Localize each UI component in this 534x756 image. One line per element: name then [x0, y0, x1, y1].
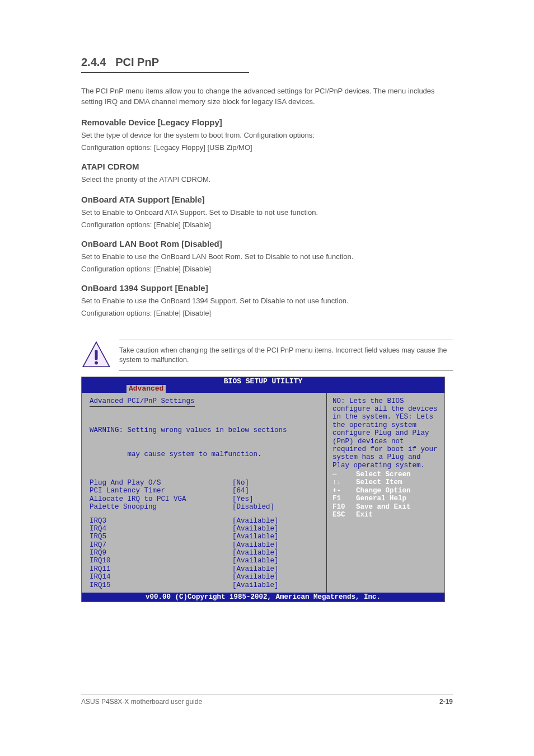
footer-page-number: 2-19 — [439, 698, 453, 706]
bios-irq-row[interactable]: IRQ3[Available] — [90, 517, 318, 525]
setting-desc: Set to Enable to Onboard ATA Support. Se… — [81, 208, 453, 218]
svg-rect-1 — [95, 350, 97, 360]
bios-warning-line1: WARNING: Setting wrong values in below s… — [90, 426, 318, 434]
setting-desc: Set to Enable to use the OnBoard LAN Boo… — [81, 252, 453, 262]
bios-right-panel: NO: Lets the BIOS configure all the devi… — [327, 393, 444, 593]
bios-settings-group: Plug And Play O/S[No] PCI Lantency Timer… — [90, 479, 318, 511]
bios-setting-row[interactable]: PCI Lantency Timer[64] — [90, 487, 318, 495]
footer-left: ASUS P4S8X-X motherboard user guide — [81, 698, 202, 706]
setting-desc: Set to Enable to use the OnBoard 1394 Su… — [81, 296, 453, 307]
bios-warning-line2: may cause system to malfunction. — [90, 450, 318, 458]
bios-left-panel: Advanced PCI/PnP Settings WARNING: Setti… — [82, 393, 327, 593]
bios-irq-row[interactable]: IRQ10[Available] — [90, 557, 318, 565]
caution-block: Take caution when changing the settings … — [81, 340, 453, 371]
setting-heading: OnBoard ATA Support [Enable] — [81, 195, 453, 204]
setting-options: Configuration options: [Enable] [Disable… — [81, 220, 453, 229]
setting-heading: ATAPI CDROM — [81, 162, 453, 171]
section-title-text: PCI PnP — [115, 56, 159, 68]
bios-irq-group: IRQ3[Available] IRQ4[Available] IRQ5[Ava… — [90, 517, 318, 589]
bios-setting-row[interactable]: Allocate IRQ to PCI VGA[Yes] — [90, 495, 318, 503]
page-footer: ASUS P4S8X-X motherboard user guide 2-19 — [81, 694, 453, 706]
setting-desc: Set the type of device for the system to… — [81, 130, 453, 141]
bios-irq-row[interactable]: IRQ11[Available] — [90, 565, 318, 573]
setting-heading: Removable Device [Legacy Floppy] — [81, 118, 453, 127]
section-title: 2.4.4 PCI PnP — [81, 56, 249, 73]
setting-options: Configuration options: [Legacy Floppy] [… — [81, 143, 453, 152]
intro-paragraph: The PCI PnP menu items allow you to chan… — [81, 86, 453, 107]
bios-irq-row[interactable]: IRQ7[Available] — [90, 541, 318, 549]
bios-titlebar: BIOS SETUP UTILITY Advanced — [82, 377, 444, 393]
bios-irq-row[interactable]: IRQ5[Available] — [90, 533, 318, 541]
bios-irq-row[interactable]: IRQ4[Available] — [90, 525, 318, 533]
bios-footer: v00.00 (C)Copyright 1985-2002, American … — [82, 593, 444, 602]
bios-setting-row[interactable]: Plug And Play O/S[No] — [90, 479, 318, 487]
bios-irq-row[interactable]: IRQ9[Available] — [90, 549, 318, 557]
bios-screenshot: BIOS SETUP UTILITY Advanced Advanced PCI… — [81, 377, 445, 603]
setting-heading: OnBoard LAN Boot Rom [Disabled] — [81, 239, 453, 248]
setting-options: Configuration options: [Enable] [Disable… — [81, 309, 453, 317]
caution-text: Take caution when changing the settings … — [119, 340, 453, 370]
bios-setting-row[interactable]: Palette Snooping[Disabled] — [90, 503, 318, 511]
section-number-text: 2.4.4 — [81, 56, 106, 68]
bios-help-text: NO: Lets the BIOS configure all the devi… — [332, 397, 439, 469]
setting-heading: OnBoard 1394 Support [Enable] — [81, 283, 453, 293]
svg-point-2 — [95, 361, 98, 364]
bios-irq-row[interactable]: IRQ14[Available] — [90, 573, 318, 581]
bios-tab-advanced[interactable]: Advanced — [127, 385, 166, 393]
bios-panel-header: Advanced PCI/PnP Settings — [90, 397, 195, 407]
bios-irq-row[interactable]: IRQ15[Available] — [90, 581, 318, 589]
setting-desc: Select the priority of the ATAPI CDROM. — [81, 175, 453, 185]
caution-icon — [81, 340, 111, 370]
bios-key-legend: ↔Select Screen ↑↓Select Item +-Change Op… — [332, 471, 439, 519]
setting-options: Configuration options: [Enable] [Disable… — [81, 265, 453, 273]
